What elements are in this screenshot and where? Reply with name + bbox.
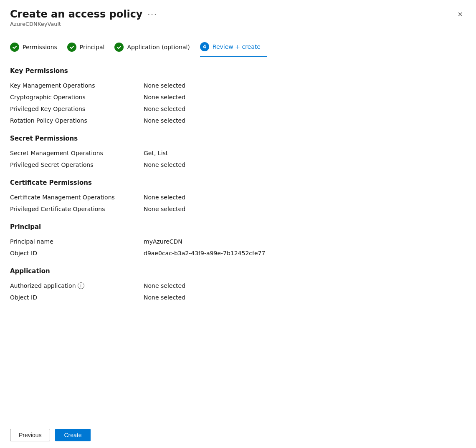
field-cert-management-value: None selected [144,194,185,201]
dialog-title: Create an access policy [10,8,143,20]
close-button[interactable]: × [454,8,466,20]
field-privileged-secret-label: Privileged Secret Operations [10,161,144,168]
field-principal-object-id-label: Object ID [10,250,144,257]
field-privileged-secret-value: None selected [144,161,185,168]
dialog-subtitle: AzureCDNKeyVault [10,21,466,27]
field-cryptographic: Cryptographic Operations None selected [10,91,466,103]
step-application-icon [114,43,124,52]
field-secret-management: Secret Management Operations Get, List [10,147,466,159]
step-application[interactable]: Application (optional) [114,39,196,57]
field-app-object-id-value: None selected [144,294,185,301]
field-principal-name: Principal name myAzureCDN [10,236,466,247]
secret-permissions-title: Secret Permissions [10,135,466,142]
field-app-object-id-label: Object ID [10,294,144,301]
field-key-management-value: None selected [144,82,185,89]
dialog-body: Key Permissions Key Management Operation… [0,57,476,422]
step-review-icon: 4 [200,42,209,51]
field-principal-name-value: myAzureCDN [144,238,182,245]
create-access-policy-dialog: Create an access policy ··· × AzureCDNKe… [0,0,476,448]
field-authorized-app: Authorized application i None selected [10,280,466,292]
field-privileged-cert-value: None selected [144,206,185,212]
field-key-management-label: Key Management Operations [10,82,144,89]
field-cert-management-label: Certificate Management Operations [10,194,144,201]
field-app-object-id: Object ID None selected [10,292,466,303]
field-cryptographic-label: Cryptographic Operations [10,94,144,101]
step-permissions[interactable]: Permissions [10,39,64,57]
field-privileged-secret: Privileged Secret Operations None select… [10,159,466,171]
field-authorized-app-value: None selected [144,282,185,289]
ellipsis-menu[interactable]: ··· [148,10,157,19]
create-button[interactable]: Create [55,429,90,441]
field-cryptographic-value: None selected [144,94,185,101]
authorized-app-info-icon[interactable]: i [78,282,84,289]
field-authorized-app-label: Authorized application i [10,282,144,289]
field-rotation-policy: Rotation Policy Operations None selected [10,115,466,126]
dialog-footer: Previous Create [0,422,476,448]
field-key-management: Key Management Operations None selected [10,80,466,91]
step-permissions-icon [10,43,19,52]
wizard-steps: Permissions Principal Application (optio… [0,32,476,57]
field-principal-object-id: Object ID d9ae0cac-b3a2-43f9-a99e-7b1245… [10,247,466,259]
step-principal-icon [67,43,76,52]
application-title: Application [10,267,466,275]
step-principal[interactable]: Principal [67,39,111,57]
step-review-label: Review + create [213,43,261,50]
field-privileged-key-value: None selected [144,106,185,112]
step-permissions-label: Permissions [23,44,57,50]
field-cert-management: Certificate Management Operations None s… [10,191,466,203]
field-principal-name-label: Principal name [10,238,144,245]
dialog-header: Create an access policy ··· × AzureCDNKe… [0,0,476,32]
principal-title: Principal [10,223,466,231]
step-principal-label: Principal [80,44,105,50]
field-principal-object-id-value: d9ae0cac-b3a2-43f9-a99e-7b12452cfe77 [144,250,265,257]
field-privileged-cert: Privileged Certificate Operations None s… [10,203,466,215]
certificate-permissions-title: Certificate Permissions [10,179,466,186]
step-application-label: Application (optional) [127,44,190,50]
field-rotation-policy-value: None selected [144,117,185,124]
previous-button[interactable]: Previous [10,429,50,441]
field-privileged-key: Privileged Key Operations None selected [10,103,466,115]
field-rotation-policy-label: Rotation Policy Operations [10,117,144,124]
step-review[interactable]: 4 Review + create [200,39,267,57]
field-secret-management-value: Get, List [144,150,168,156]
field-secret-management-label: Secret Management Operations [10,150,144,156]
key-permissions-title: Key Permissions [10,67,466,75]
field-privileged-cert-label: Privileged Certificate Operations [10,206,144,212]
field-privileged-key-label: Privileged Key Operations [10,106,144,112]
